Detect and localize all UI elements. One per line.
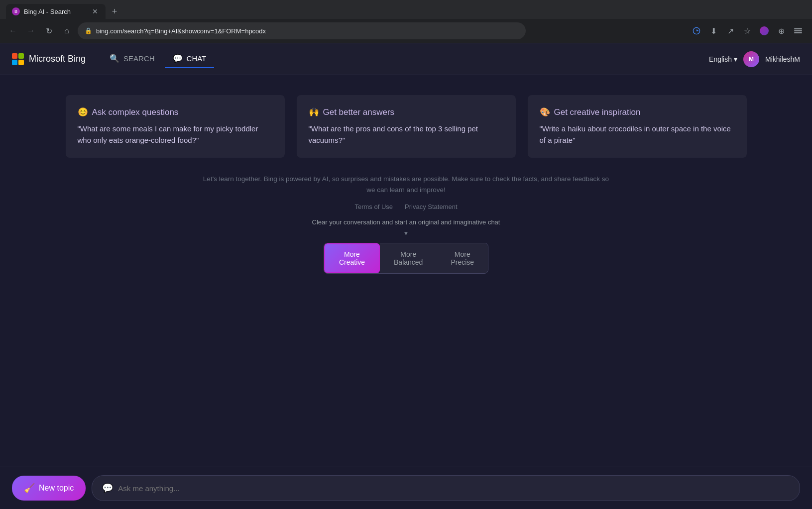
chevron-down-icon: ▾ <box>734 55 737 63</box>
lock-icon: 🔒 <box>85 27 92 34</box>
url-bar[interactable]: 🔒 bing.com/search?q=Bing+AI&showconv=1&F… <box>78 22 526 39</box>
disclaimer-links: Terms of Use Privacy Statement <box>354 203 457 210</box>
user-name: MikhileshM <box>765 55 800 63</box>
feature-header-2: 🎨 Get creative inspiration <box>540 107 735 117</box>
tab-title: Bing AI - Search <box>24 8 71 15</box>
tab-search-label: SEARCH <box>123 54 155 63</box>
feature-cards: 😊 Ask complex questions "What are some m… <box>58 95 755 158</box>
svg-rect-2 <box>794 30 802 31</box>
feature-card-0[interactable]: 😊 Ask complex questions "What are some m… <box>66 95 285 158</box>
feature-emoji-1: 🙌 <box>309 107 319 117</box>
svg-rect-1 <box>794 28 802 29</box>
chat-input[interactable] <box>118 484 790 493</box>
mode-precise-button[interactable]: MorePrecise <box>437 243 488 273</box>
bing-header: Microsoft Bing 🔍 SEARCH 💬 CHAT English ▾… <box>0 43 812 75</box>
feature-sample-0: "What are some meals I can make for my p… <box>78 123 273 146</box>
new-topic-label: New topic <box>39 484 74 493</box>
conversation-hint: Clear your conversation and start an ori… <box>312 218 500 226</box>
mode-creative-button[interactable]: MoreCreative <box>324 243 380 273</box>
chat-input-wrapper: 💬 <box>92 475 800 501</box>
header-right: English ▾ M MikhileshM <box>709 51 800 67</box>
language-selector[interactable]: English ▾ <box>709 55 737 63</box>
forward-button[interactable]: → <box>24 24 38 38</box>
chat-icon: 💬 <box>173 54 183 63</box>
feature-sample-2: "Write a haiku about crocodiles in outer… <box>540 123 735 146</box>
mode-selector: MoreCreative MoreBalanced MorePrecise <box>324 243 488 274</box>
address-bar: ← → ↻ ⌂ 🔒 bing.com/search?q=Bing+AI&show… <box>0 19 812 43</box>
mode-balanced-button[interactable]: MoreBalanced <box>380 243 437 273</box>
share-icon[interactable]: ↗ <box>722 23 738 39</box>
privacy-link[interactable]: Privacy Statement <box>405 203 458 210</box>
logo-sq-red <box>12 53 17 59</box>
tab-close-button[interactable]: ✕ <box>91 7 100 16</box>
menu-icon[interactable] <box>790 23 806 39</box>
feature-sample-1: "What are the pros and cons of the top 3… <box>309 123 504 146</box>
dropdown-arrow-icon: ▼ <box>403 230 409 237</box>
nav-tabs: 🔍 SEARCH 💬 CHAT <box>102 50 214 68</box>
feature-card-1[interactable]: 🙌 Get better answers "What are the pros … <box>297 95 516 158</box>
reload-button[interactable]: ↻ <box>42 24 56 38</box>
bing-logo-text: Microsoft Bing <box>29 54 86 64</box>
feature-header-0: 😊 Ask complex questions <box>78 107 273 117</box>
logo-sq-yellow <box>18 60 24 65</box>
new-tab-button[interactable]: + <box>108 4 121 18</box>
feature-header-1: 🙌 Get better answers <box>309 107 504 117</box>
disclaimer-text: Let's learn together. Bing is powered by… <box>202 174 610 195</box>
active-tab[interactable]: B Bing AI - Search ✕ <box>6 4 106 19</box>
download-icon[interactable]: ⬇ <box>705 23 721 39</box>
bing-logo: Microsoft Bing <box>12 53 86 65</box>
toolbar-right: ⬇ ↗ ☆ ⊕ <box>689 23 806 39</box>
google-icon[interactable] <box>689 23 704 39</box>
profile-icon[interactable] <box>756 23 772 39</box>
tab-bar: B Bing AI - Search ✕ + <box>0 0 812 19</box>
star-icon[interactable]: ☆ <box>739 23 755 39</box>
chat-bubble-icon: 💬 <box>102 483 113 494</box>
search-icon: 🔍 <box>110 54 119 63</box>
bottom-bar: 🧹 New topic 💬 <box>0 467 812 509</box>
feature-title-0: Ask complex questions <box>92 107 179 117</box>
broom-icon: 🧹 <box>24 483 35 494</box>
back-button[interactable]: ← <box>6 24 20 38</box>
bing-logo-squares <box>12 53 24 65</box>
new-topic-button[interactable]: 🧹 New topic <box>12 476 86 501</box>
language-label: English <box>709 55 732 63</box>
feature-title-2: Get creative inspiration <box>554 107 641 117</box>
feature-emoji-0: 😊 <box>78 107 88 117</box>
feature-card-2[interactable]: 🎨 Get creative inspiration "Write a haik… <box>528 95 747 158</box>
feature-title-1: Get better answers <box>323 107 395 117</box>
logo-sq-blue <box>12 60 17 65</box>
terms-link[interactable]: Terms of Use <box>354 203 393 210</box>
main-content: 😊 Ask complex questions "What are some m… <box>0 75 812 509</box>
svg-rect-3 <box>794 32 802 33</box>
bing-app: Microsoft Bing 🔍 SEARCH 💬 CHAT English ▾… <box>0 43 812 509</box>
extension-icon[interactable]: ⊕ <box>773 23 789 39</box>
browser-chrome: B Bing AI - Search ✕ + ← → ↻ ⌂ 🔒 bing.co… <box>0 0 812 43</box>
user-avatar[interactable]: M <box>743 51 759 67</box>
tab-favicon: B <box>12 7 20 15</box>
tab-chat[interactable]: 💬 CHAT <box>165 50 215 68</box>
feature-emoji-2: 🎨 <box>540 107 550 117</box>
url-text: bing.com/search?q=Bing+AI&showconv=1&FOR… <box>96 27 266 35</box>
tab-chat-label: CHAT <box>187 54 207 63</box>
tab-search[interactable]: 🔍 SEARCH <box>102 50 163 68</box>
home-button[interactable]: ⌂ <box>60 24 74 38</box>
logo-sq-green <box>18 53 24 59</box>
